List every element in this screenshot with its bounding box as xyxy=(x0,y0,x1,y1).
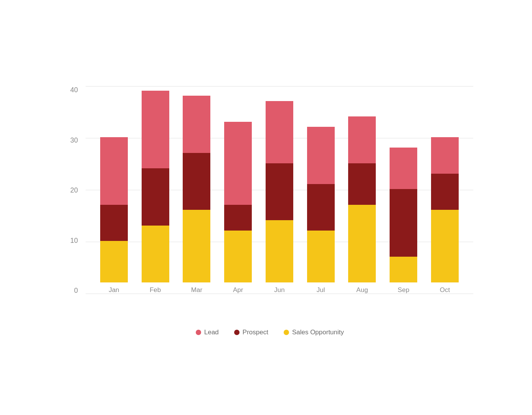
bar-segment-salesOpportunity xyxy=(431,210,459,282)
bar-segment-prospect xyxy=(224,205,252,231)
bar-month-label: Mar xyxy=(191,286,202,294)
legend-dot xyxy=(284,330,289,335)
chart-container: 010203040 JanFebMarAprJunJulAugSepOct Le… xyxy=(36,56,496,359)
bar-stack xyxy=(307,127,335,282)
bar-segment-lead xyxy=(100,137,128,205)
y-axis-label: 30 xyxy=(66,137,82,144)
bar-segment-prospect xyxy=(390,189,417,257)
bar-month-label: Aug xyxy=(356,286,368,294)
bar-segment-prospect xyxy=(266,163,293,221)
y-axis-label: 0 xyxy=(66,287,82,294)
legend-label: Sales Opportunity xyxy=(292,329,344,336)
bar-stack xyxy=(266,101,293,283)
legend-dot xyxy=(234,330,240,335)
bar-segment-prospect xyxy=(100,205,128,241)
bar-segment-lead xyxy=(431,137,459,174)
bar-segment-lead xyxy=(348,116,376,163)
bar-segment-salesOpportunity xyxy=(142,226,169,283)
bar-month-label: Jun xyxy=(274,286,284,294)
bar-stack xyxy=(431,137,459,282)
bar-segment-salesOpportunity xyxy=(348,205,376,283)
bar-stack xyxy=(348,116,376,282)
bar-group: Apr xyxy=(224,122,252,294)
bar-group: Jul xyxy=(307,127,335,294)
bar-group: Feb xyxy=(142,91,169,294)
bar-segment-lead xyxy=(142,91,169,169)
bar-stack xyxy=(142,91,169,283)
bar-segment-lead xyxy=(266,101,293,163)
legend-item: Lead xyxy=(196,329,219,336)
bar-stack xyxy=(100,137,128,282)
legend-dot xyxy=(196,330,201,335)
y-axis: 010203040 xyxy=(66,86,82,294)
y-axis-label: 40 xyxy=(66,86,82,93)
bar-segment-prospect xyxy=(431,174,459,210)
bar-group: Sep xyxy=(390,148,417,294)
bar-segment-salesOpportunity xyxy=(183,210,210,282)
bar-segment-prospect xyxy=(348,163,376,205)
bar-segment-prospect xyxy=(142,168,169,226)
bar-month-label: Jul xyxy=(317,286,325,294)
bar-segment-prospect xyxy=(307,184,335,231)
bar-month-label: Apr xyxy=(233,286,243,294)
bar-segment-lead xyxy=(183,96,210,153)
bar-segment-lead xyxy=(307,127,335,184)
bar-stack xyxy=(183,96,210,282)
bar-month-label: Feb xyxy=(150,286,161,294)
bar-group: Aug xyxy=(348,116,376,294)
bar-group: Mar xyxy=(183,96,210,294)
y-axis-label: 10 xyxy=(66,237,82,244)
bar-group: Jun xyxy=(266,101,293,294)
bar-segment-salesOpportunity xyxy=(390,257,417,283)
bar-month-label: Jan xyxy=(109,286,119,294)
bar-group: Oct xyxy=(431,137,459,294)
y-axis-label: 20 xyxy=(66,187,82,194)
bar-group: Jan xyxy=(100,137,128,294)
grid-and-bars: JanFebMarAprJunJulAugSepOct xyxy=(86,86,473,294)
bar-month-label: Sep xyxy=(398,286,409,294)
legend-item: Sales Opportunity xyxy=(284,329,344,336)
bar-segment-lead xyxy=(390,148,417,189)
legend: LeadProspectSales Opportunity xyxy=(66,329,473,336)
bar-stack xyxy=(390,148,417,282)
bar-segment-salesOpportunity xyxy=(100,241,128,282)
bar-segment-lead xyxy=(224,122,252,205)
bar-segment-prospect xyxy=(183,153,210,210)
legend-label: Lead xyxy=(204,329,219,336)
bars-row: JanFebMarAprJunJulAugSepOct xyxy=(86,86,473,294)
bar-month-label: Oct xyxy=(440,286,450,294)
legend-label: Prospect xyxy=(243,329,268,336)
legend-item: Prospect xyxy=(234,329,268,336)
bar-segment-salesOpportunity xyxy=(266,220,293,282)
bar-stack xyxy=(224,122,252,283)
chart-area: 010203040 JanFebMarAprJunJulAugSepOct xyxy=(66,86,473,317)
bar-segment-salesOpportunity xyxy=(224,231,252,282)
bar-segment-salesOpportunity xyxy=(307,231,335,282)
